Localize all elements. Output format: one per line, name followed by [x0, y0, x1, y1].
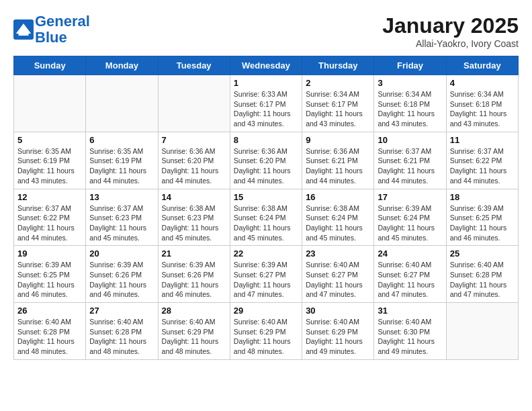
- day-header: Wednesday: [230, 56, 302, 75]
- day-info: Sunrise: 6:39 AM Sunset: 6:25 PM Dayligh…: [17, 260, 82, 300]
- day-info: Sunrise: 6:39 AM Sunset: 6:26 PM Dayligh…: [89, 260, 154, 300]
- calendar-day: 28Sunrise: 6:40 AM Sunset: 6:29 PM Dayli…: [158, 303, 230, 360]
- day-number: 1: [234, 78, 298, 88]
- calendar-day: 22Sunrise: 6:39 AM Sunset: 6:27 PM Dayli…: [230, 246, 302, 303]
- header-row: SundayMondayTuesdayWednesdayThursdayFrid…: [14, 56, 519, 75]
- calendar-day: 9Sunrise: 6:36 AM Sunset: 6:21 PM Daylig…: [302, 132, 374, 189]
- calendar-day: 13Sunrise: 6:37 AM Sunset: 6:23 PM Dayli…: [86, 189, 158, 246]
- day-info: Sunrise: 6:34 AM Sunset: 6:18 PM Dayligh…: [378, 89, 442, 129]
- day-number: 17: [378, 192, 442, 202]
- day-header: Saturday: [446, 56, 518, 75]
- calendar-week: 26Sunrise: 6:40 AM Sunset: 6:28 PM Dayli…: [14, 303, 519, 360]
- day-number: 20: [89, 248, 154, 259]
- day-info: Sunrise: 6:36 AM Sunset: 6:20 PM Dayligh…: [234, 146, 298, 186]
- calendar-day: 15Sunrise: 6:38 AM Sunset: 6:24 PM Dayli…: [230, 189, 302, 246]
- calendar-title: January 2025: [382, 13, 519, 38]
- day-number: 23: [306, 248, 370, 259]
- day-info: Sunrise: 6:40 AM Sunset: 6:29 PM Dayligh…: [306, 317, 370, 357]
- day-info: Sunrise: 6:38 AM Sunset: 6:23 PM Dayligh…: [162, 203, 226, 243]
- calendar-day: 6Sunrise: 6:35 AM Sunset: 6:19 PM Daylig…: [86, 132, 158, 189]
- day-info: Sunrise: 6:40 AM Sunset: 6:27 PM Dayligh…: [378, 260, 442, 300]
- day-info: Sunrise: 6:34 AM Sunset: 6:17 PM Dayligh…: [306, 89, 370, 129]
- calendar-day: 1Sunrise: 6:33 AM Sunset: 6:17 PM Daylig…: [230, 75, 302, 132]
- day-info: Sunrise: 6:40 AM Sunset: 6:29 PM Dayligh…: [162, 317, 226, 357]
- logo-line2: Blue: [35, 29, 67, 46]
- day-number: 16: [306, 192, 370, 202]
- logo: General Blue: [13, 13, 90, 46]
- calendar-week: 5Sunrise: 6:35 AM Sunset: 6:19 PM Daylig…: [14, 132, 519, 189]
- day-number: 27: [89, 306, 154, 316]
- day-number: 24: [378, 248, 442, 259]
- header: General Blue January 2025 Allai-Yaokro, …: [13, 13, 519, 49]
- day-number: 18: [450, 192, 515, 202]
- calendar-day: 18Sunrise: 6:39 AM Sunset: 6:25 PM Dayli…: [446, 189, 518, 246]
- calendar-day: 31Sunrise: 6:40 AM Sunset: 6:30 PM Dayli…: [374, 303, 446, 360]
- calendar-day: 2Sunrise: 6:34 AM Sunset: 6:17 PM Daylig…: [302, 75, 374, 132]
- calendar-day: 21Sunrise: 6:39 AM Sunset: 6:26 PM Dayli…: [158, 246, 230, 303]
- calendar-day: 11Sunrise: 6:37 AM Sunset: 6:22 PM Dayli…: [446, 132, 518, 189]
- title-area: January 2025 Allai-Yaokro, Ivory Coast: [382, 13, 519, 49]
- day-info: Sunrise: 6:39 AM Sunset: 6:24 PM Dayligh…: [378, 203, 442, 243]
- calendar-day: 24Sunrise: 6:40 AM Sunset: 6:27 PM Dayli…: [374, 246, 446, 303]
- day-number: 19: [17, 248, 82, 259]
- calendar-day: 5Sunrise: 6:35 AM Sunset: 6:19 PM Daylig…: [14, 132, 86, 189]
- day-info: Sunrise: 6:35 AM Sunset: 6:19 PM Dayligh…: [89, 146, 154, 186]
- calendar-day: 25Sunrise: 6:40 AM Sunset: 6:28 PM Dayli…: [446, 246, 518, 303]
- day-info: Sunrise: 6:39 AM Sunset: 6:25 PM Dayligh…: [450, 203, 515, 243]
- calendar-day: [158, 75, 230, 132]
- day-number: 3: [378, 78, 442, 88]
- calendar-day: [14, 75, 86, 132]
- day-number: 15: [234, 192, 298, 202]
- day-number: 26: [17, 306, 82, 316]
- day-number: 4: [450, 78, 515, 88]
- day-info: Sunrise: 6:37 AM Sunset: 6:21 PM Dayligh…: [378, 146, 442, 186]
- day-number: 30: [306, 306, 370, 316]
- day-info: Sunrise: 6:37 AM Sunset: 6:23 PM Dayligh…: [89, 203, 154, 243]
- day-info: Sunrise: 6:40 AM Sunset: 6:28 PM Dayligh…: [17, 317, 82, 357]
- calendar-day: [86, 75, 158, 132]
- day-number: 9: [306, 135, 370, 145]
- day-info: Sunrise: 6:36 AM Sunset: 6:21 PM Dayligh…: [306, 146, 370, 186]
- calendar-day: 7Sunrise: 6:36 AM Sunset: 6:20 PM Daylig…: [158, 132, 230, 189]
- day-info: Sunrise: 6:35 AM Sunset: 6:19 PM Dayligh…: [17, 146, 82, 186]
- day-info: Sunrise: 6:38 AM Sunset: 6:24 PM Dayligh…: [234, 203, 298, 243]
- logo-text: General Blue: [35, 13, 90, 46]
- calendar-table: SundayMondayTuesdayWednesdayThursdayFrid…: [13, 56, 519, 360]
- day-info: Sunrise: 6:38 AM Sunset: 6:24 PM Dayligh…: [306, 203, 370, 243]
- page: General Blue January 2025 Allai-Yaokro, …: [0, 0, 532, 367]
- day-number: 12: [17, 192, 82, 202]
- day-info: Sunrise: 6:40 AM Sunset: 6:29 PM Dayligh…: [234, 317, 298, 357]
- day-header: Sunday: [14, 56, 86, 75]
- day-number: 21: [162, 248, 226, 259]
- day-header: Friday: [374, 56, 446, 75]
- calendar-day: 12Sunrise: 6:37 AM Sunset: 6:22 PM Dayli…: [14, 189, 86, 246]
- logo-icon: [13, 19, 34, 40]
- day-info: Sunrise: 6:40 AM Sunset: 6:27 PM Dayligh…: [306, 260, 370, 300]
- day-number: 7: [162, 135, 226, 145]
- calendar-day: 14Sunrise: 6:38 AM Sunset: 6:23 PM Dayli…: [158, 189, 230, 246]
- day-number: 31: [378, 306, 442, 316]
- calendar-day: 4Sunrise: 6:34 AM Sunset: 6:18 PM Daylig…: [446, 75, 518, 132]
- day-number: 11: [450, 135, 515, 145]
- day-number: 6: [89, 135, 154, 145]
- day-number: 14: [162, 192, 226, 202]
- calendar-day: 29Sunrise: 6:40 AM Sunset: 6:29 PM Dayli…: [230, 303, 302, 360]
- day-number: 28: [162, 306, 226, 316]
- calendar-week: 1Sunrise: 6:33 AM Sunset: 6:17 PM Daylig…: [14, 75, 519, 132]
- calendar-day: 8Sunrise: 6:36 AM Sunset: 6:20 PM Daylig…: [230, 132, 302, 189]
- calendar-day: 30Sunrise: 6:40 AM Sunset: 6:29 PM Dayli…: [302, 303, 374, 360]
- day-number: 25: [450, 248, 515, 259]
- day-header: Thursday: [302, 56, 374, 75]
- calendar-day: 19Sunrise: 6:39 AM Sunset: 6:25 PM Dayli…: [14, 246, 86, 303]
- day-number: 29: [234, 306, 298, 316]
- day-number: 13: [89, 192, 154, 202]
- day-info: Sunrise: 6:37 AM Sunset: 6:22 PM Dayligh…: [450, 146, 515, 186]
- calendar-day: 23Sunrise: 6:40 AM Sunset: 6:27 PM Dayli…: [302, 246, 374, 303]
- day-info: Sunrise: 6:39 AM Sunset: 6:27 PM Dayligh…: [234, 260, 298, 300]
- day-info: Sunrise: 6:34 AM Sunset: 6:18 PM Dayligh…: [450, 89, 515, 129]
- calendar-week: 12Sunrise: 6:37 AM Sunset: 6:22 PM Dayli…: [14, 189, 519, 246]
- logo-line1: General: [35, 13, 90, 30]
- day-number: 5: [17, 135, 82, 145]
- day-number: 8: [234, 135, 298, 145]
- day-info: Sunrise: 6:36 AM Sunset: 6:20 PM Dayligh…: [162, 146, 226, 186]
